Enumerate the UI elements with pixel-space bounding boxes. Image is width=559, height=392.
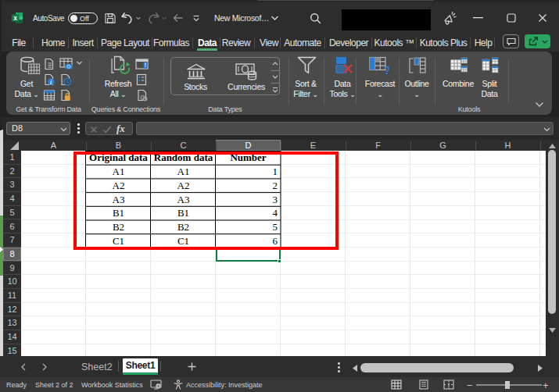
svg-text:?: ? [384, 64, 389, 75]
svg-text:x: x [13, 14, 17, 22]
